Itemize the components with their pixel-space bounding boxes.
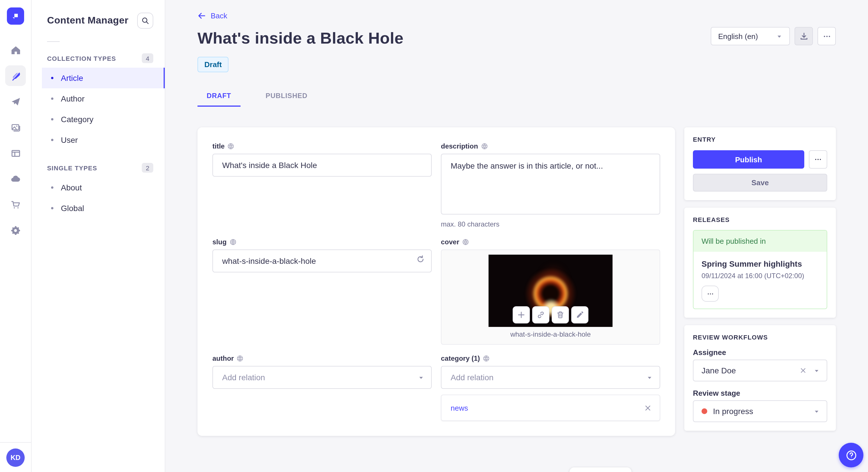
header-actions: English (en)	[711, 27, 836, 45]
field-slug: slug	[212, 238, 432, 345]
cover-filename: what-s-inside-a-black-hole	[441, 330, 660, 338]
entry-panel: ENTRY Publish Save	[684, 127, 836, 200]
section-count-badge: 2	[142, 163, 153, 173]
bullet-icon	[51, 77, 53, 79]
remove-relation-icon[interactable]	[644, 404, 652, 411]
ellipsis-icon	[706, 290, 714, 297]
save-button[interactable]: Save	[693, 174, 827, 192]
bullet-icon	[51, 139, 53, 141]
publish-button[interactable]: Publish	[693, 150, 804, 169]
media-library-icon[interactable]	[5, 117, 26, 138]
content-manager-sidebar: Content Manager COLLECTION TYPES 4 Artic…	[32, 0, 165, 472]
sidebar-item-user[interactable]: User	[42, 130, 165, 150]
releases-send-icon[interactable]	[5, 91, 26, 112]
release-card: Will be published in Spring Summer highl…	[693, 230, 827, 309]
section-label: SINGLE TYPES	[47, 164, 97, 171]
bullet-icon	[51, 98, 53, 100]
description-hint: max. 80 characters	[441, 220, 660, 228]
search-button[interactable]	[137, 12, 153, 29]
strapi-logo[interactable]	[7, 7, 24, 25]
chevron-down-icon	[813, 408, 820, 414]
sidebar-item-about[interactable]: About	[42, 177, 165, 198]
review-workflows-panel: REVIEW WORKFLOWS Assignee Jane Doe	[684, 325, 836, 431]
releases-panel-title: RELEASES	[693, 216, 827, 223]
single-types-section: SINGLE TYPES 2 About Global	[32, 158, 165, 218]
right-sidebar: ENTRY Publish Save RELEASES Wil	[684, 127, 836, 431]
help-button[interactable]	[839, 443, 863, 467]
chevron-down-icon	[646, 374, 653, 380]
field-category: category (1) Add relation	[441, 355, 660, 421]
section-count-badge: 4	[142, 53, 153, 63]
edit-media-icon[interactable]	[571, 306, 588, 324]
export-download-button[interactable]	[795, 27, 813, 45]
back-link[interactable]: Back	[197, 11, 227, 20]
ellipsis-icon	[814, 156, 822, 164]
sidebar-item-article[interactable]: Article	[42, 68, 165, 88]
bullet-icon	[51, 118, 53, 121]
sidebar-item-author[interactable]: Author	[42, 88, 165, 109]
entry-more-button[interactable]	[809, 150, 827, 169]
cover-actions	[513, 306, 588, 324]
relation-link[interactable]: news	[451, 403, 468, 412]
collapsed-panel-peek[interactable]	[569, 467, 631, 472]
add-media-icon[interactable]	[513, 306, 530, 324]
field-cover-label: cover	[441, 238, 660, 246]
stage-status-dot	[702, 408, 707, 414]
assignee-select[interactable]: Jane Doe	[693, 360, 827, 381]
entry-panel-title: ENTRY	[693, 136, 827, 143]
main-content: Back What's inside a Black Hole English …	[165, 0, 868, 472]
slug-input[interactable]	[212, 249, 432, 272]
title-input[interactable]	[212, 154, 432, 177]
chevron-down-icon	[813, 367, 820, 374]
regenerate-slug-icon[interactable]	[416, 255, 425, 264]
field-author-label: author	[212, 355, 432, 363]
field-description: description Maybe the answer is in this …	[441, 142, 660, 228]
release-status: Will be published in	[693, 231, 827, 252]
sidebar-item-global[interactable]: Global	[42, 198, 165, 218]
category-relation-select[interactable]: Add relation	[441, 366, 660, 389]
release-more-button[interactable]	[702, 285, 719, 302]
globe-i18n-icon	[481, 143, 488, 150]
globe-i18n-icon	[462, 239, 469, 245]
field-description-label: description	[441, 142, 660, 150]
field-author: author Add relation	[212, 355, 432, 421]
cover-media-box: what-s-inside-a-black-hole	[441, 249, 660, 345]
content-manager-icon[interactable]	[5, 65, 26, 86]
globe-i18n-icon	[483, 355, 490, 362]
releases-panel: RELEASES Will be published in Spring Sum…	[684, 208, 836, 318]
rail-footer: KD	[0, 442, 31, 472]
status-badge: Draft	[197, 57, 229, 72]
divider	[47, 41, 60, 42]
review-stage-select[interactable]: In progress	[693, 400, 827, 422]
tab-published[interactable]: PUBLISHED	[256, 87, 317, 107]
field-slug-label: slug	[212, 238, 432, 246]
user-avatar[interactable]: KD	[6, 448, 25, 467]
locale-select[interactable]: English (en)	[711, 27, 790, 45]
rail-nav	[5, 40, 26, 241]
deploy-cloud-icon[interactable]	[5, 169, 26, 189]
sidebar-title: Content Manager	[47, 15, 129, 26]
release-date: 09/11/2024 at 16:00 (UTC+02:00)	[702, 272, 818, 280]
section-label: COLLECTION TYPES	[47, 55, 116, 62]
home-icon[interactable]	[5, 40, 26, 60]
header-more-button[interactable]	[817, 27, 836, 45]
copy-link-icon[interactable]	[532, 306, 549, 324]
author-relation-select[interactable]: Add relation	[212, 366, 432, 389]
settings-gear-icon[interactable]	[5, 220, 26, 241]
category-relation-news: news	[441, 395, 660, 421]
description-textarea[interactable]: Maybe the answer is in this article, or …	[441, 154, 660, 214]
globe-i18n-icon	[228, 143, 235, 150]
back-arrow-icon	[197, 11, 206, 20]
review-stage-label: Review stage	[693, 389, 827, 398]
clear-assignee-icon[interactable]	[800, 367, 807, 374]
field-title-label: title	[212, 142, 432, 150]
edit-form-card: title description	[197, 127, 675, 436]
content-type-builder-icon[interactable]	[5, 143, 26, 164]
search-icon	[141, 16, 149, 25]
delete-media-icon[interactable]	[552, 306, 569, 324]
tab-draft[interactable]: DRAFT	[197, 87, 240, 107]
strapi-admin-app: KD Content Manager COLLECTION TYPES 4 Ar…	[0, 0, 868, 472]
ellipsis-icon	[823, 32, 831, 40]
marketplace-cart-icon[interactable]	[5, 194, 26, 215]
sidebar-item-category[interactable]: Category	[42, 109, 165, 130]
